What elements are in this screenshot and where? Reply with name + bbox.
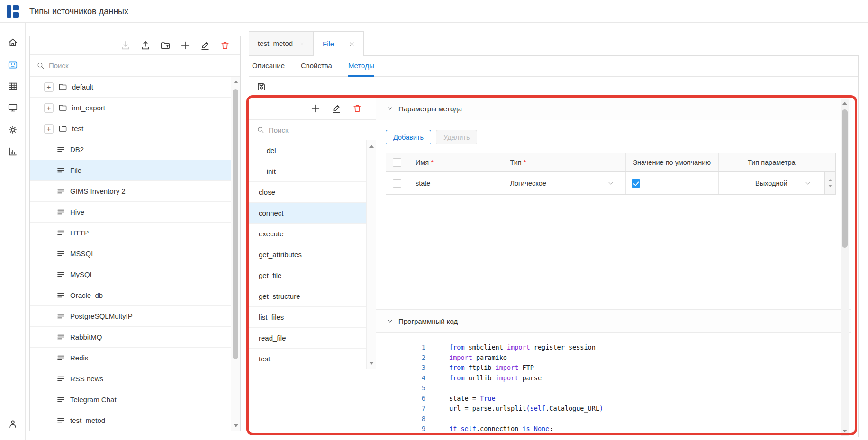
tab-label: File — [323, 40, 341, 48]
scroll-up-icon[interactable] — [234, 81, 238, 83]
program-code-section-header[interactable]: Программный код — [376, 310, 851, 333]
nav-home[interactable] — [8, 37, 18, 48]
tree-item-hive[interactable]: Hive — [30, 202, 232, 223]
edit-button[interactable] — [200, 40, 210, 51]
line-number: 1 — [376, 342, 425, 353]
folder-icon — [58, 103, 67, 112]
spinner-down-icon[interactable] — [828, 185, 832, 187]
default-value-checkbox[interactable] — [632, 179, 640, 188]
tree-label: imt_export — [72, 104, 105, 112]
scroll-down-icon[interactable] — [234, 424, 238, 427]
select-all-checkbox[interactable] — [393, 158, 401, 167]
line-number: 3 — [376, 363, 425, 373]
method-item-connect[interactable]: connect — [249, 203, 367, 224]
tree-item-redis[interactable]: Redis — [30, 348, 232, 368]
method-item-list-files[interactable]: list_files — [249, 307, 367, 328]
edit-method-button[interactable] — [331, 103, 342, 114]
tab-close-icon[interactable] — [300, 40, 305, 46]
new-folder-button[interactable] — [160, 40, 171, 51]
method-item-read-file[interactable]: read_file — [249, 328, 367, 349]
expand-icon[interactable]: + — [44, 103, 54, 113]
tree-item-mysql[interactable]: MySQL — [30, 264, 232, 285]
method-item-del[interactable]: __del__ — [249, 140, 367, 161]
scroll-down-icon[interactable] — [842, 430, 847, 432]
method-item-test[interactable]: test — [249, 349, 367, 369]
method-item-get-file[interactable]: get_file — [249, 265, 367, 286]
save-button[interactable] — [256, 81, 267, 92]
edit-pencil-icon — [200, 40, 210, 51]
content-scrollbar[interactable] — [841, 99, 849, 436]
tree-item-file[interactable]: File — [30, 160, 232, 181]
method-item-get-structure[interactable]: get_structure — [249, 286, 367, 307]
app-logo-icon[interactable] — [7, 5, 19, 18]
subtab-properties[interactable]: Свойства — [301, 56, 332, 77]
tree-folder-default[interactable]: +default — [30, 77, 232, 98]
nav-settings[interactable] — [8, 125, 18, 135]
tree-item-db2[interactable]: DB2 — [30, 139, 232, 160]
add-param-button[interactable]: Добавить — [386, 130, 431, 144]
code-line-4: 4from urllib import parse — [376, 373, 851, 384]
scroll-thumb[interactable] — [233, 89, 238, 359]
add-button[interactable] — [180, 40, 190, 51]
param-direction-select[interactable]: Выходной — [719, 172, 825, 194]
method-item-get-attributes[interactable]: get_attributes — [249, 244, 367, 265]
tree-item-oracle-db[interactable]: Oracle_db — [30, 285, 232, 306]
program-code-section: Программный код 1from smbclient import r… — [376, 309, 851, 437]
tree-folder-test[interactable]: +test — [30, 118, 232, 139]
tab-close-icon[interactable] — [349, 41, 355, 47]
tree-item-postgresqlmultyip[interactable]: PostgreSQLMultyIP — [30, 306, 232, 327]
bar-chart-icon — [8, 146, 18, 157]
subtab-methods[interactable]: Методы — [348, 56, 374, 77]
tab-file[interactable]: File — [314, 31, 364, 56]
data-source-icon — [56, 249, 65, 258]
methods-scrollbar[interactable] — [366, 140, 376, 369]
delete-param-button[interactable]: Удалить — [436, 130, 477, 144]
tree-item-mssql[interactable]: MSSQL — [30, 243, 232, 264]
method-item-init[interactable]: __init__ — [249, 161, 367, 182]
tree-item-rss-news[interactable]: RSS news — [30, 368, 232, 389]
line-number: 4 — [376, 373, 425, 384]
tree-item-http[interactable]: HTTP — [30, 223, 232, 243]
trash-icon — [352, 103, 362, 114]
methods-search-input[interactable] — [269, 126, 343, 134]
row-checkbox[interactable] — [393, 179, 401, 188]
param-row[interactable]: state Логическое Выходной — [386, 172, 835, 194]
tree-folder-imt-export[interactable]: +imt_export — [30, 98, 232, 118]
method-item-close[interactable]: close — [249, 182, 367, 203]
explorer-search-input[interactable] — [49, 62, 191, 70]
code-editor[interactable]: 1from smbclient import register_session2… — [376, 333, 851, 434]
nav-tables[interactable] — [8, 81, 18, 91]
upload-button[interactable] — [140, 40, 151, 51]
download-button[interactable] — [120, 40, 131, 51]
tab-test-metod[interactable]: test_metod — [249, 31, 314, 55]
method-item-execute[interactable]: execute — [249, 224, 367, 244]
tree-item-rabbitmq[interactable]: RabbitMQ — [30, 327, 232, 348]
scroll-thumb[interactable] — [842, 109, 848, 248]
expand-icon[interactable]: + — [44, 82, 54, 92]
nav-statistics[interactable] — [8, 146, 18, 157]
tree-item-test-metod[interactable]: test_metod — [30, 410, 232, 431]
subtab-description[interactable]: Описание — [252, 56, 285, 77]
tree-item-gims-inventory-2[interactable]: GIMS Inventory 2 — [30, 181, 232, 202]
tree-label: test_metod — [70, 416, 105, 424]
expand-icon[interactable]: + — [44, 124, 54, 134]
chevron-down-icon — [805, 180, 811, 187]
scroll-up-icon[interactable] — [369, 145, 374, 148]
add-method-button[interactable] — [310, 103, 321, 114]
chevron-down-icon — [607, 180, 614, 187]
param-name-cell[interactable]: state — [408, 172, 504, 194]
spinner-up-icon[interactable] — [828, 179, 832, 181]
code-line-6: 6state = True — [376, 394, 851, 404]
nav-user[interactable] — [8, 419, 18, 429]
delete-button[interactable] — [220, 40, 230, 51]
param-type-select[interactable]: Логическое — [503, 172, 625, 194]
scroll-down-icon[interactable] — [369, 362, 374, 365]
nav-data-sources[interactable] — [8, 60, 18, 70]
method-params-section-header[interactable]: Параметры метода — [376, 97, 851, 120]
delete-method-button[interactable] — [352, 103, 362, 114]
row-spinner[interactable] — [824, 172, 835, 194]
explorer-scrollbar[interactable] — [231, 77, 240, 431]
nav-screens[interactable] — [8, 102, 18, 113]
tree-item-telegram-chat[interactable]: Telegram Chat — [30, 389, 232, 410]
scroll-up-icon[interactable] — [842, 102, 847, 105]
